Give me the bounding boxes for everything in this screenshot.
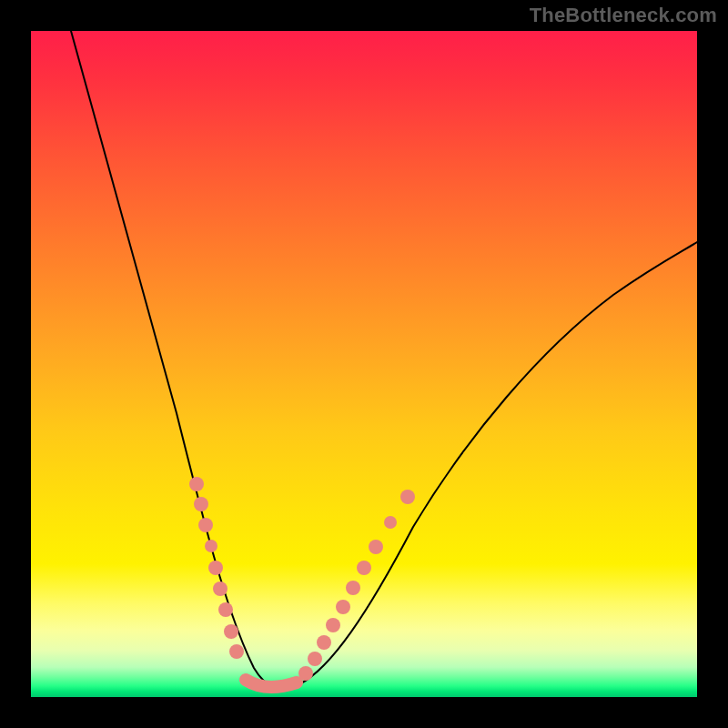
svg-point-5 [213,581,228,596]
svg-point-14 [346,581,360,595]
svg-point-8 [229,644,244,659]
trough-highlight [246,680,297,687]
svg-point-11 [317,635,331,650]
curve-overlay [31,31,697,697]
svg-point-4 [208,561,223,575]
bottleneck-curve [71,31,697,688]
svg-point-15 [357,561,371,575]
svg-point-7 [224,624,238,639]
svg-point-18 [400,490,415,504]
svg-point-13 [336,600,350,614]
svg-point-1 [194,497,208,511]
dots-right [298,490,415,681]
watermark-text: TheBottleneck.com [530,4,717,27]
svg-point-17 [384,516,397,529]
svg-point-12 [326,618,340,632]
svg-point-0 [189,477,204,491]
svg-point-3 [205,540,217,552]
svg-point-2 [198,518,213,532]
svg-point-16 [369,540,383,554]
chart-frame: TheBottleneck.com [0,0,728,728]
svg-point-6 [218,602,233,617]
svg-point-10 [308,652,322,666]
plot-area [31,31,697,697]
svg-point-9 [298,666,313,681]
dots-left [189,477,244,659]
